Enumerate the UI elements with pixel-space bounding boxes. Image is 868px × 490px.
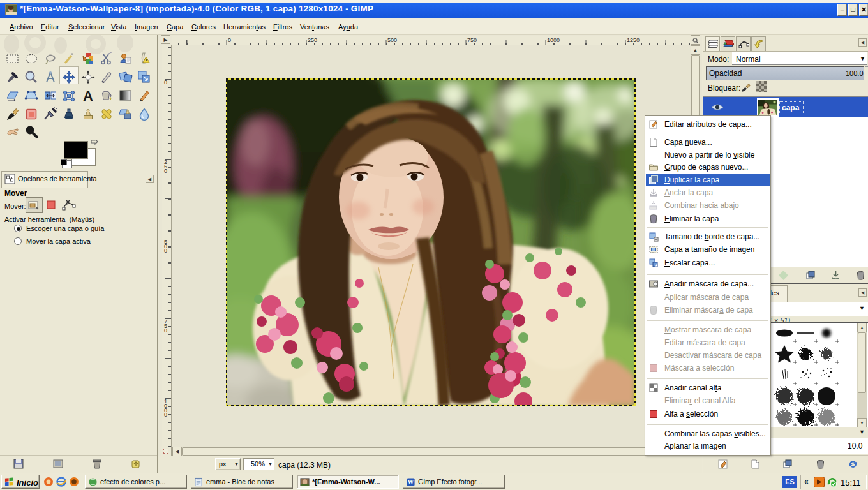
svg-text:A: A bbox=[83, 88, 93, 103]
svg-text:W: W bbox=[408, 479, 414, 486]
